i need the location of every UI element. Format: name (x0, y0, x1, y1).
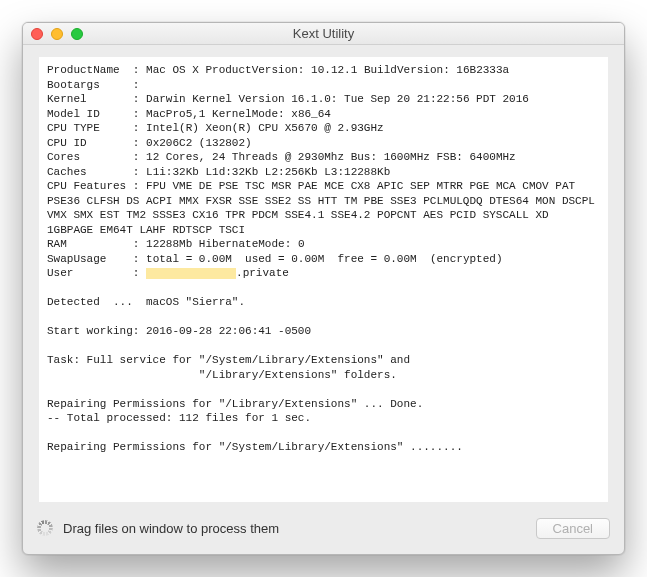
log-line: CPU Features : FPU VME DE PSE TSC MSR PA… (47, 180, 602, 236)
app-window: Kext Utility ProductName : Mac OS X Prod… (22, 22, 625, 555)
spinner-icon (37, 520, 53, 536)
log-line: Cores : 12 Cores, 24 Threads @ 2930Mhz B… (47, 151, 516, 163)
footer: Drag files on window to process them Can… (23, 502, 624, 554)
log-line: Detected ... macOS "Sierra". (47, 296, 245, 308)
log-line: User : .private (47, 267, 289, 279)
log-line: Kernel : Darwin Kernel Version 16.1.0: T… (47, 93, 529, 105)
window-title: Kext Utility (23, 26, 624, 41)
cancel-button[interactable]: Cancel (536, 518, 610, 539)
log-line: ProductName : Mac OS X ProductVersion: 1… (47, 64, 509, 76)
log-line: RAM : 12288Mb HibernateMode: 0 (47, 238, 305, 250)
log-line: Task: Full service for "/System/Library/… (47, 354, 410, 366)
log-line: Repairing Permissions for "/Library/Exte… (47, 398, 423, 410)
footer-hint: Drag files on window to process them (63, 521, 526, 536)
log-line: Repairing Permissions for "/System/Libra… (47, 441, 463, 453)
zoom-icon[interactable] (71, 28, 83, 40)
log-line: Model ID : MacPro5,1 KernelMode: x86_64 (47, 108, 331, 120)
log-line: "/Library/Extensions" folders. (47, 369, 397, 381)
window-controls (31, 28, 83, 40)
log-line: -- Total processed: 112 files for 1 sec. (47, 412, 311, 424)
titlebar: Kext Utility (23, 23, 624, 45)
log-line: SwapUsage : total = 0.00M used = 0.00M f… (47, 253, 503, 265)
log-line: CPU ID : 0x206C2 (132802) (47, 137, 252, 149)
log-line: Start working: 2016-09-28 22:06:41 -0500 (47, 325, 311, 337)
log-line: CPU TYPE : Intel(R) Xeon(R) CPU X5670 @ … (47, 122, 384, 134)
close-icon[interactable] (31, 28, 43, 40)
redacted-user (146, 268, 236, 279)
minimize-icon[interactable] (51, 28, 63, 40)
log-line: Bootargs : (47, 79, 146, 91)
log-output[interactable]: ProductName : Mac OS X ProductVersion: 1… (39, 57, 608, 502)
log-line: Caches : L1i:32Kb L1d:32Kb L2:256Kb L3:1… (47, 166, 390, 178)
